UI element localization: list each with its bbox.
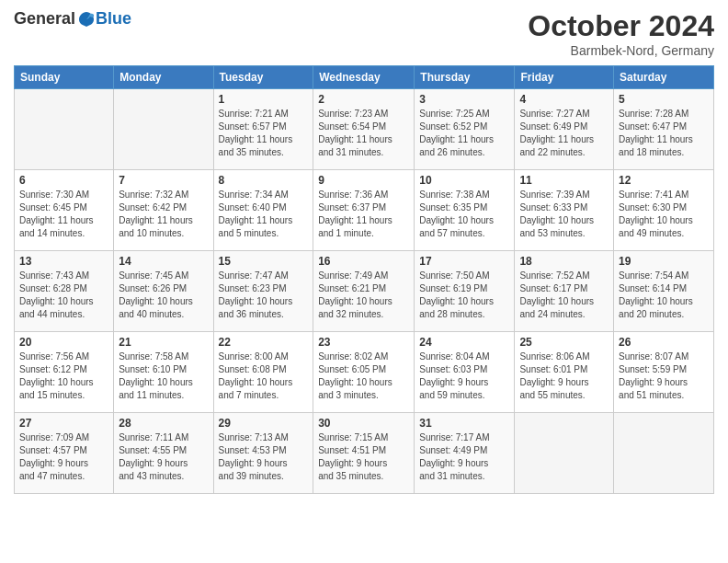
day-detail: Sunrise: 8:02 AM Sunset: 6:05 PM Dayligh… [318,350,409,402]
day-number: 9 [318,174,409,187]
calendar-body: 1Sunrise: 7:21 AM Sunset: 6:57 PM Daylig… [15,89,714,494]
col-tuesday: Tuesday [213,66,313,89]
table-row: 17Sunrise: 7:50 AM Sunset: 6:19 PM Dayli… [415,251,515,332]
day-detail: Sunrise: 7:36 AM Sunset: 6:37 PM Dayligh… [318,189,409,240]
table-row: 24Sunrise: 8:04 AM Sunset: 6:03 PM Dayli… [415,332,515,413]
day-number: 28 [119,417,208,430]
day-number: 19 [619,255,709,268]
table-row [614,413,714,494]
table-row: 18Sunrise: 7:52 AM Sunset: 6:17 PM Dayli… [515,251,614,332]
header: General Blue October 2024 Barmbek-Nord, … [14,9,714,58]
table-row: 30Sunrise: 7:15 AM Sunset: 4:51 PM Dayli… [313,413,415,494]
day-detail: Sunrise: 7:11 AM Sunset: 4:55 PM Dayligh… [119,431,208,483]
table-row: 7Sunrise: 7:32 AM Sunset: 6:42 PM Daylig… [114,170,213,251]
day-detail: Sunrise: 7:15 AM Sunset: 4:51 PM Dayligh… [318,431,409,483]
day-number: 20 [19,336,108,349]
col-sunday: Sunday [15,66,114,89]
table-row: 26Sunrise: 8:07 AM Sunset: 5:59 PM Dayli… [614,332,714,413]
col-saturday: Saturday [614,66,714,89]
table-row: 15Sunrise: 7:47 AM Sunset: 6:23 PM Dayli… [213,251,313,332]
day-number: 31 [419,417,509,430]
table-row: 31Sunrise: 7:17 AM Sunset: 4:49 PM Dayli… [415,413,515,494]
main-container: General Blue October 2024 Barmbek-Nord, … [0,0,728,503]
day-number: 11 [519,174,609,187]
table-row: 22Sunrise: 8:00 AM Sunset: 6:08 PM Dayli… [213,332,313,413]
day-number: 8 [219,174,309,187]
calendar-header-row: Sunday Monday Tuesday Wednesday Thursday… [15,66,714,89]
table-row: 10Sunrise: 7:38 AM Sunset: 6:35 PM Dayli… [415,170,515,251]
title-section: October 2024 Barmbek-Nord, Germany [528,9,714,58]
day-number: 2 [318,93,409,106]
table-row: 3Sunrise: 7:25 AM Sunset: 6:52 PM Daylig… [415,89,515,170]
table-row: 29Sunrise: 7:13 AM Sunset: 4:53 PM Dayli… [213,413,313,494]
table-row: 14Sunrise: 7:45 AM Sunset: 6:26 PM Dayli… [114,251,213,332]
day-number: 21 [119,336,208,349]
table-row [114,89,213,170]
day-detail: Sunrise: 7:41 AM Sunset: 6:30 PM Dayligh… [619,189,709,240]
day-number: 12 [619,174,709,187]
day-detail: Sunrise: 7:28 AM Sunset: 6:47 PM Dayligh… [619,108,709,159]
table-row: 6Sunrise: 7:30 AM Sunset: 6:45 PM Daylig… [15,170,114,251]
day-detail: Sunrise: 8:06 AM Sunset: 6:01 PM Dayligh… [519,350,609,402]
day-number: 7 [119,174,208,187]
calendar-week-row: 27Sunrise: 7:09 AM Sunset: 4:57 PM Dayli… [15,413,714,494]
day-detail: Sunrise: 7:38 AM Sunset: 6:35 PM Dayligh… [419,189,509,240]
day-detail: Sunrise: 7:21 AM Sunset: 6:57 PM Dayligh… [219,108,309,159]
table-row: 8Sunrise: 7:34 AM Sunset: 6:40 PM Daylig… [213,170,313,251]
table-row: 20Sunrise: 7:56 AM Sunset: 6:12 PM Dayli… [15,332,114,413]
day-detail: Sunrise: 8:04 AM Sunset: 6:03 PM Dayligh… [419,350,509,402]
day-number: 27 [19,417,108,430]
day-detail: Sunrise: 8:07 AM Sunset: 5:59 PM Dayligh… [619,350,709,402]
day-number: 13 [19,255,108,268]
day-number: 18 [519,255,609,268]
day-number: 23 [318,336,409,349]
calendar-week-row: 1Sunrise: 7:21 AM Sunset: 6:57 PM Daylig… [15,89,714,170]
day-detail: Sunrise: 7:34 AM Sunset: 6:40 PM Dayligh… [219,189,309,240]
table-row: 9Sunrise: 7:36 AM Sunset: 6:37 PM Daylig… [313,170,415,251]
day-number: 3 [419,93,509,106]
day-number: 10 [419,174,509,187]
day-number: 24 [419,336,509,349]
day-detail: Sunrise: 7:47 AM Sunset: 6:23 PM Dayligh… [219,270,309,321]
day-detail: Sunrise: 7:25 AM Sunset: 6:52 PM Dayligh… [419,108,509,159]
table-row: 23Sunrise: 8:02 AM Sunset: 6:05 PM Dayli… [313,332,415,413]
calendar-week-row: 6Sunrise: 7:30 AM Sunset: 6:45 PM Daylig… [15,170,714,251]
table-row: 28Sunrise: 7:11 AM Sunset: 4:55 PM Dayli… [114,413,213,494]
logo-general-text: General [14,9,75,29]
col-friday: Friday [515,66,614,89]
table-row: 16Sunrise: 7:49 AM Sunset: 6:21 PM Dayli… [313,251,415,332]
month-title: October 2024 [528,9,714,43]
logo-blue-text: Blue [96,9,131,29]
table-row: 13Sunrise: 7:43 AM Sunset: 6:28 PM Dayli… [15,251,114,332]
day-number: 4 [519,93,609,106]
day-detail: Sunrise: 7:45 AM Sunset: 6:26 PM Dayligh… [119,270,208,321]
day-number: 16 [318,255,409,268]
day-number: 29 [219,417,309,430]
logo: General Blue [14,9,131,29]
day-number: 14 [119,255,208,268]
day-detail: Sunrise: 7:13 AM Sunset: 4:53 PM Dayligh… [219,431,309,483]
day-number: 15 [219,255,309,268]
day-detail: Sunrise: 7:27 AM Sunset: 6:49 PM Dayligh… [519,108,609,159]
col-monday: Monday [114,66,213,89]
col-thursday: Thursday [415,66,515,89]
day-number: 1 [219,93,309,106]
day-number: 26 [619,336,709,349]
day-number: 5 [619,93,709,106]
calendar-table: Sunday Monday Tuesday Wednesday Thursday… [14,65,714,494]
day-detail: Sunrise: 7:30 AM Sunset: 6:45 PM Dayligh… [19,189,108,240]
day-number: 25 [519,336,609,349]
table-row: 11Sunrise: 7:39 AM Sunset: 6:33 PM Dayli… [515,170,614,251]
day-detail: Sunrise: 7:50 AM Sunset: 6:19 PM Dayligh… [419,270,509,321]
day-number: 6 [19,174,108,187]
table-row: 1Sunrise: 7:21 AM Sunset: 6:57 PM Daylig… [213,89,313,170]
col-wednesday: Wednesday [313,66,415,89]
location: Barmbek-Nord, Germany [528,43,714,58]
day-detail: Sunrise: 7:54 AM Sunset: 6:14 PM Dayligh… [619,270,709,321]
table-row: 2Sunrise: 7:23 AM Sunset: 6:54 PM Daylig… [313,89,415,170]
day-detail: Sunrise: 7:39 AM Sunset: 6:33 PM Dayligh… [519,189,609,240]
calendar-week-row: 20Sunrise: 7:56 AM Sunset: 6:12 PM Dayli… [15,332,714,413]
table-row: 5Sunrise: 7:28 AM Sunset: 6:47 PM Daylig… [614,89,714,170]
table-row: 21Sunrise: 7:58 AM Sunset: 6:10 PM Dayli… [114,332,213,413]
logo-bird-icon [77,10,96,29]
